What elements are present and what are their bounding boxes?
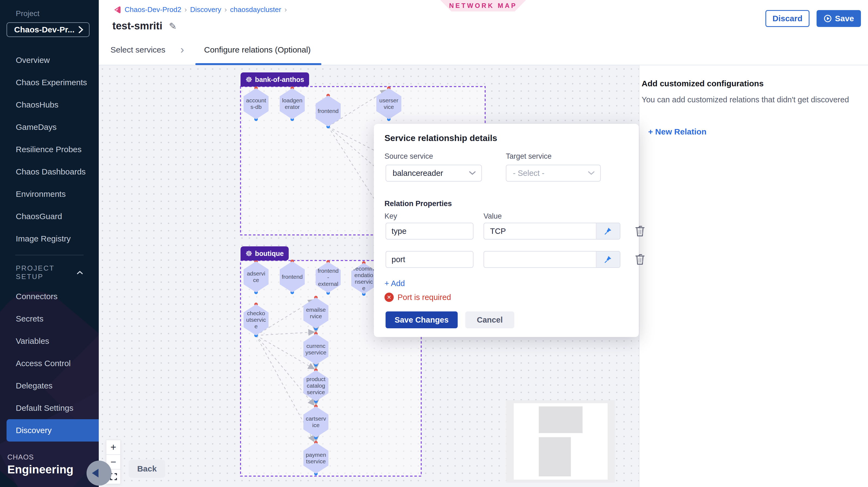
brand-top: CHAOS — [7, 453, 73, 461]
minimap-page — [514, 403, 608, 480]
service-node-label: loadgenerator — [280, 97, 305, 110]
key-column-label: Key — [384, 212, 397, 220]
sidebar-item-chaosguard[interactable]: ChaosGuard — [0, 205, 99, 227]
tab-select-services[interactable]: Select services — [111, 45, 165, 55]
chaos-logo-icon — [113, 6, 121, 14]
breadcrumb-link-discovery[interactable]: Discovery — [190, 5, 221, 14]
breadcrumb-link-cluster[interactable]: chaosdaycluster — [230, 5, 281, 14]
minimap-cluster-rect — [539, 437, 571, 476]
service-node-label: adservice — [244, 270, 269, 283]
relation-properties-title: Relation Properties — [384, 200, 452, 208]
target-service-label: Target service — [506, 152, 552, 161]
new-relation-link[interactable]: + New Relation — [648, 127, 706, 136]
project-selector-value: Chaos-Dev-Pr... — [14, 25, 74, 34]
zoom-in-button[interactable]: + — [106, 440, 121, 455]
source-service-label: Source service — [384, 152, 433, 161]
breadcrumb: Chaos-Dev-Prod2 › Discovery › chaosdaycl… — [113, 5, 287, 14]
service-node-label: cartservice — [303, 416, 329, 428]
sidebar-item-access-control[interactable]: Access Control — [0, 352, 99, 374]
cluster-name: boutique — [255, 250, 284, 257]
service-node-label: paymentservice — [303, 452, 329, 465]
delete-property-row-button[interactable] — [634, 253, 646, 266]
pin-button[interactable] — [596, 251, 620, 267]
property-key-input-port[interactable] — [385, 251, 473, 268]
property-value-field-type — [484, 223, 620, 240]
sidebar-item-secrets[interactable]: Secrets — [0, 308, 99, 330]
panel-title: Add customized configurations — [642, 79, 868, 88]
sidebar-item-default-settings[interactable]: Default Settings — [0, 397, 99, 419]
page-header: Chaos-Dev-Prod2 › Discovery › chaosdaycl… — [99, 0, 868, 35]
pin-button[interactable] — [596, 223, 620, 239]
service-node-label: emailservice — [303, 306, 329, 319]
discard-button[interactable]: Discard — [766, 10, 809, 27]
target-service-select[interactable]: - Select - — [506, 165, 601, 182]
chevron-left-icon — [92, 469, 98, 478]
add-property-link[interactable]: + Add — [384, 279, 405, 288]
sidebar-item-overview[interactable]: Overview — [0, 49, 99, 71]
sidebar-item-chaoshubs[interactable]: ChaosHubs — [0, 94, 99, 116]
sidebar-item-delegates[interactable]: Delegates — [0, 374, 99, 397]
sidebar: Project Chaos-Dev-Pr... Overview Chaos E… — [0, 0, 99, 487]
back-button[interactable]: Back — [129, 460, 165, 478]
delete-property-row-button[interactable] — [634, 224, 646, 238]
tab-configure-relations[interactable]: Configure relations (Optional) — [204, 45, 311, 55]
chevron-right-icon: › — [180, 43, 184, 56]
service-node-label: currencyservice — [303, 343, 329, 356]
modal-title: Service relationship details — [384, 133, 497, 143]
sidebar-section-project-setup[interactable]: PROJECT SETUP — [0, 259, 99, 284]
pushpin-icon — [604, 255, 612, 264]
chevron-down-icon — [588, 171, 595, 175]
service-node-label: frontend-external — [316, 268, 341, 287]
sidebar-item-gamedays[interactable]: GameDays — [0, 116, 99, 138]
service-node-label: frontend — [280, 274, 305, 280]
service-node-label: frontend — [316, 108, 340, 114]
value-column-label: Value — [484, 212, 502, 220]
sidebar-item-connectors[interactable]: Connectors — [0, 285, 99, 308]
kubernetes-icon: ☸ — [245, 75, 252, 84]
sidebar-item-variables[interactable]: Variables — [0, 330, 99, 352]
active-tab-underline — [195, 63, 321, 65]
breadcrumb-separator: › — [185, 5, 187, 14]
service-node-label: recommendationservice — [351, 266, 376, 292]
page-title: test-smriti — [113, 20, 162, 32]
error-text: Port is required — [398, 293, 451, 302]
validation-error: ✕ Port is required — [384, 293, 451, 302]
service-node-label: userservice — [376, 97, 401, 110]
sidebar-item-image-registry[interactable]: Image Registry — [0, 227, 99, 250]
sidebar-item-discovery[interactable]: Discovery — [6, 419, 99, 442]
sidebar-setup-nav: Connectors Secrets Variables Access Cont… — [0, 285, 99, 442]
save-changes-button[interactable]: Save Changes — [385, 311, 458, 328]
kubernetes-icon: ☸ — [245, 249, 252, 258]
sidebar-nav: Overview Chaos Experiments ChaosHubs Gam… — [0, 49, 99, 250]
pushpin-icon — [604, 227, 612, 235]
sidebar-item-environments[interactable]: Environments — [0, 183, 99, 205]
cluster-badge-bank-of-anthos[interactable]: ☸ bank-of-anthos — [241, 72, 309, 87]
chevron-down-icon — [469, 171, 476, 175]
property-key-input-type[interactable] — [385, 223, 473, 240]
app-root: Project Chaos-Dev-Pr... Overview Chaos E… — [0, 0, 868, 487]
chevron-up-icon — [77, 270, 83, 275]
breadcrumb-link-project[interactable]: Chaos-Dev-Prod2 — [125, 5, 181, 14]
source-service-select[interactable]: balancereader — [385, 165, 482, 182]
save-button[interactable]: Save — [816, 10, 861, 27]
edit-title-icon[interactable]: ✎ — [169, 21, 177, 32]
service-node-label: accounts-db — [244, 97, 269, 110]
sidebar-item-chaos-experiments[interactable]: Chaos Experiments — [0, 71, 99, 94]
minimap[interactable] — [506, 400, 615, 483]
sidebar-item-resilience-probes[interactable]: Resilience Probes — [0, 138, 99, 161]
breadcrumb-separator: › — [224, 5, 227, 14]
chevron-right-icon — [78, 26, 84, 34]
property-value-field-port — [484, 251, 620, 268]
trash-icon — [634, 224, 646, 238]
breadcrumb-separator: › — [284, 5, 287, 14]
panel-subtitle: You can add customized relations that di… — [642, 95, 868, 104]
sidebar-item-chaos-dashboards[interactable]: Chaos Dashboards — [0, 161, 99, 183]
sidebar-collapse-button[interactable] — [87, 461, 112, 486]
cluster-name: bank-of-anthos — [255, 76, 304, 84]
customized-configurations-panel: Add customized configurations You can ad… — [639, 65, 868, 487]
cluster-badge-boutique[interactable]: ☸ boutique — [241, 246, 289, 261]
brand-bottom: Engineering — [7, 463, 73, 476]
wizard-tabbar: Select services › Configure relations (O… — [99, 35, 868, 65]
cancel-button[interactable]: Cancel — [465, 311, 514, 328]
project-selector[interactable]: Chaos-Dev-Pr... — [6, 22, 90, 37]
